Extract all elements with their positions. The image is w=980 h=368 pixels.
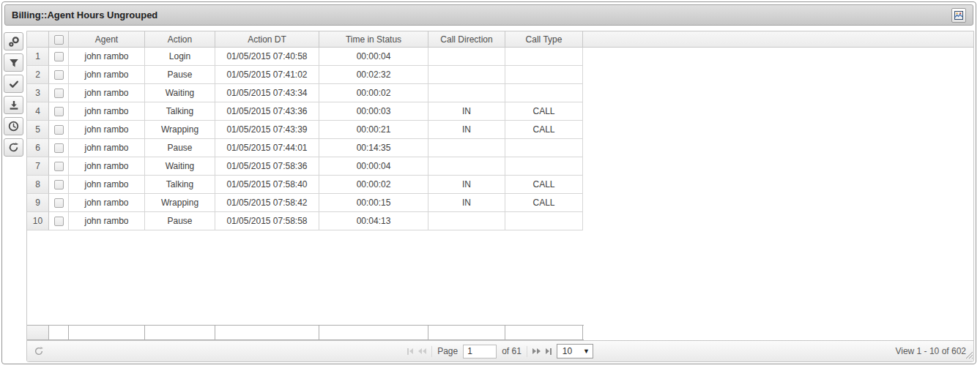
footer-cell — [27, 326, 49, 339]
pager-reload-button[interactable] — [34, 346, 44, 356]
table-row[interactable]: 6 john rambo Pause 01/05/2015 07:44:01 0… — [27, 139, 973, 157]
call-direction-cell — [428, 139, 505, 157]
checkbox-cell — [49, 102, 69, 121]
call-direction-cell — [428, 84, 505, 102]
last-page-button[interactable] — [546, 348, 552, 355]
first-page-icon — [407, 348, 409, 355]
action-cell: Wrapping — [145, 194, 215, 212]
row-number-cell: 10 — [27, 212, 49, 230]
select-all-checkbox[interactable] — [54, 35, 64, 45]
agent-cell: john rambo — [69, 212, 145, 230]
call-type-cell — [505, 157, 583, 176]
agent-cell: john rambo — [69, 139, 145, 157]
time-in-status-cell: 00:00:02 — [319, 176, 428, 194]
time-in-status-cell: 00:00:02 — [319, 84, 428, 102]
footer-cell — [428, 326, 505, 339]
call-direction-cell: IN — [428, 194, 505, 212]
row-checkbox[interactable] — [54, 198, 64, 208]
row-checkbox[interactable] — [54, 217, 64, 226]
action-cell: Talking — [145, 102, 215, 121]
prev-page-button[interactable] — [418, 348, 426, 354]
row-number-cell: 8 — [27, 176, 49, 194]
prev-page-icon — [418, 348, 422, 354]
close-button[interactable] — [951, 8, 966, 23]
table-row[interactable]: 4 john rambo Talking 01/05/2015 07:43:36… — [27, 102, 973, 121]
checkbox-cell — [49, 194, 69, 212]
pager: Page of 61 10 ▼ View 1 - 10 of 602 — [27, 340, 973, 361]
column-header-time-in-status[interactable]: Time in Status — [319, 31, 428, 48]
reload-button[interactable] — [4, 138, 23, 157]
first-page-button[interactable] — [407, 348, 413, 355]
row-checkbox[interactable] — [54, 180, 64, 189]
action-cell: Pause — [145, 66, 215, 84]
next-page-button[interactable] — [532, 348, 541, 354]
time-in-status-cell: 00:00:04 — [319, 157, 428, 176]
time-in-status-cell: 00:00:03 — [319, 102, 428, 121]
footer-row — [27, 325, 584, 340]
row-checkbox[interactable] — [54, 107, 64, 116]
page-size-select[interactable]: 10 ▼ — [557, 344, 593, 358]
next-page-icon — [532, 348, 536, 354]
column-header-action-dt[interactable]: Action DT — [215, 31, 319, 48]
column-header-call-type[interactable]: Call Type — [505, 31, 583, 48]
grid-window: Billing::Agent Hours Ungrouped — [1, 1, 976, 364]
row-checkbox[interactable] — [54, 125, 64, 135]
row-checkbox[interactable] — [54, 70, 64, 80]
grid-view: Agent Action Action DT Time in Status Ca… — [26, 31, 974, 362]
row-checkbox[interactable] — [54, 143, 64, 153]
export-button[interactable] — [4, 96, 23, 114]
action-cell: Wrapping — [145, 121, 215, 139]
action-dt-cell: 01/05/2015 07:41:02 — [215, 66, 319, 84]
row-number-cell: 7 — [27, 157, 49, 176]
table-row[interactable]: 9 john rambo Wrapping 01/05/2015 07:58:4… — [27, 194, 973, 212]
refresh-icon — [8, 142, 19, 153]
footer-cell — [319, 326, 428, 339]
table-row[interactable]: 1 john rambo Login 01/05/2015 07:40:58 0… — [27, 48, 973, 66]
select-all-header[interactable] — [49, 31, 69, 48]
column-header-agent[interactable]: Agent — [69, 31, 145, 48]
call-type-cell — [505, 84, 583, 102]
table-row[interactable]: 3 john rambo Waiting 01/05/2015 07:43:34… — [27, 84, 973, 102]
checkbox-cell — [49, 212, 69, 230]
titlebar: Billing::Agent Hours Ungrouped — [4, 4, 973, 26]
history-button[interactable] — [4, 117, 23, 135]
resize-grip-icon — [965, 351, 973, 359]
columns-settings-button[interactable] — [4, 32, 23, 50]
action-cell: Talking — [145, 176, 215, 194]
row-number-cell: 2 — [27, 66, 49, 84]
row-checkbox[interactable] — [54, 52, 64, 61]
action-dt-cell: 01/05/2015 07:40:58 — [215, 48, 319, 66]
resize-grip[interactable] — [965, 351, 973, 361]
row-number-cell: 3 — [27, 84, 49, 102]
column-header-call-direction[interactable]: Call Direction — [428, 31, 505, 48]
table-row[interactable]: 10 john rambo Pause 01/05/2015 07:58:58 … — [27, 212, 973, 230]
row-checkbox[interactable] — [54, 162, 64, 171]
page-count-label: of 61 — [502, 346, 521, 356]
table-row[interactable]: 7 john rambo Waiting 01/05/2015 07:58:36… — [27, 157, 973, 176]
filter-button[interactable] — [4, 53, 23, 72]
table-row[interactable]: 8 john rambo Talking 01/05/2015 07:58:40… — [27, 176, 973, 194]
view-status: View 1 - 10 of 602 — [895, 346, 966, 356]
agent-cell: john rambo — [69, 48, 145, 66]
agent-cell: john rambo — [69, 84, 145, 102]
row-checkbox[interactable] — [54, 89, 64, 98]
call-direction-cell: IN — [428, 121, 505, 139]
table-row[interactable]: 2 john rambo Pause 01/05/2015 07:41:02 0… — [27, 66, 973, 84]
action-dt-cell: 01/05/2015 07:58:42 — [215, 194, 319, 212]
table-row[interactable]: 5 john rambo Wrapping 01/05/2015 07:43:3… — [27, 121, 973, 139]
check-icon — [9, 79, 19, 89]
call-type-cell: CALL — [505, 102, 583, 121]
call-type-cell: CALL — [505, 176, 583, 194]
call-direction-cell — [428, 66, 505, 84]
clock-icon — [8, 121, 19, 132]
agent-cell: john rambo — [69, 157, 145, 176]
row-number-header — [27, 31, 49, 48]
select-button[interactable] — [4, 75, 23, 93]
filter-icon — [9, 58, 19, 68]
agent-cell: john rambo — [69, 66, 145, 84]
checkbox-cell — [49, 84, 69, 102]
footer-cell — [505, 326, 583, 339]
action-cell: Pause — [145, 139, 215, 157]
page-input[interactable] — [463, 345, 497, 358]
column-header-action[interactable]: Action — [145, 31, 215, 48]
